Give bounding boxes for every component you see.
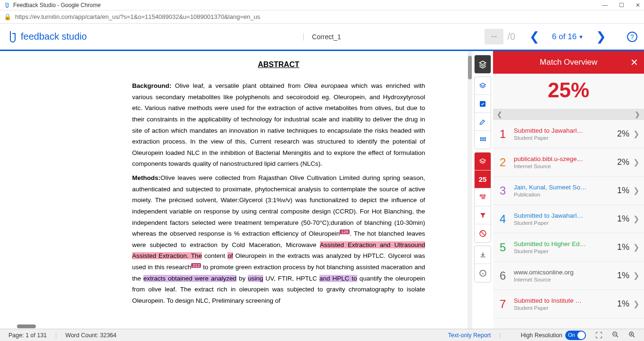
match-overview-panel: Match Overview ✕ 25% ❮ ❯ 1Submitted to J… (493, 51, 644, 330)
chevron-right-icon: ❯ (633, 129, 639, 138)
match-subtitle: Student Paper (514, 305, 617, 311)
prev-paper-arrow[interactable]: ❮ (529, 29, 540, 44)
match-title: Submitted to Institute … (514, 297, 617, 304)
zoom-out-icon[interactable] (612, 331, 619, 340)
match-title: www.omicsonline.org (514, 269, 617, 276)
info-icon[interactable] (475, 264, 491, 282)
checkbox-icon[interactable] (475, 95, 491, 113)
side-toolbar: 25 (472, 51, 493, 330)
svg-rect-1 (480, 137, 481, 138)
match-item[interactable]: 1Submitted to Jawaharl…Student Paper2%❯ (493, 120, 644, 148)
dropdown-caret-icon: ▼ (578, 34, 584, 40)
list-next-icon[interactable]: ❯ (635, 111, 640, 118)
zoom-in-icon[interactable] (628, 331, 636, 340)
match-subtitle: Publication (514, 192, 617, 197)
chevron-right-icon: ❯ (633, 271, 639, 280)
abstract-heading: ABSTRACT (132, 60, 425, 69)
text-only-link[interactable]: Text-only Report (448, 332, 491, 339)
match-number: 1 (500, 128, 514, 141)
lock-icon: 🔒 (4, 13, 11, 20)
abstract-background: Background: Olive leaf, a versatile plan… (132, 80, 425, 170)
match-percent: 1% (617, 242, 629, 252)
toggle-on-label: On (568, 332, 575, 338)
document-viewer[interactable]: ABSTRACT Background: Olive leaf, a versa… (0, 51, 468, 330)
separator: | (500, 332, 501, 339)
grid-icon[interactable] (475, 131, 491, 149)
match-number: 4 (500, 213, 514, 226)
exclude-icon[interactable] (475, 224, 491, 242)
match-list-nav: ❮ ❯ (493, 109, 644, 120)
brand-text: feedback studio (21, 31, 87, 42)
highlight-128b[interactable]: of (227, 252, 233, 259)
highlight-213[interactable]: extracts obtained were analyzed (143, 275, 236, 282)
match-list[interactable]: 1Submitted to Jawaharl…Student Paper2%❯2… (493, 120, 644, 330)
highlight-128[interactable]: Assisted Extraction and Ultrasound Assis… (132, 241, 425, 260)
filter-icon[interactable] (475, 206, 491, 224)
panel-close-icon[interactable]: ✕ (630, 57, 638, 68)
window-title-bar: Feedback Studio - Google Chrome — ☐ ✕ (0, 0, 644, 10)
layers-dark-icon[interactable] (475, 55, 491, 73)
grade-total: /0 (507, 31, 515, 42)
next-paper-arrow[interactable]: ❯ (596, 29, 606, 44)
match-subtitle: Internet Source (514, 277, 617, 282)
close-window-icon[interactable]: ✕ (636, 2, 640, 9)
window-title: Feedback Studio - Google Chrome (13, 2, 100, 9)
abstract-methods: Methods:Olive leaves were collected from… (132, 172, 425, 307)
match-percent: 1% (617, 214, 629, 224)
list-prev-icon[interactable]: ❮ (497, 111, 502, 118)
chevron-right-icon: ❯ (633, 214, 639, 223)
chevron-right-icon: ❯ (633, 158, 639, 167)
minimize-icon[interactable]: — (602, 2, 608, 9)
address-bar[interactable]: 🔒 https://ev.turnitin.com/app/carta/en_u… (0, 10, 644, 24)
layers-icon[interactable] (475, 77, 491, 95)
maximize-icon[interactable]: ☐ (619, 2, 624, 9)
similarity-score-button[interactable]: 25 (475, 170, 491, 188)
match-item[interactable]: 3Jain, Kunal, Sumeet So…Publication1%❯ (493, 177, 644, 205)
match-number: 6 (500, 269, 514, 282)
footer-wordcount: Word Count: 32364 (66, 332, 117, 339)
match-marker-213[interactable]: 213 (191, 263, 201, 268)
chevron-right-icon: ❯ (633, 243, 639, 252)
match-percent: 1% (617, 299, 629, 309)
match-title: Submitted to Higher Ed… (514, 240, 617, 247)
highres-label: High Resolution (521, 332, 562, 339)
separator: | (55, 332, 57, 339)
all-sources-icon[interactable] (475, 188, 491, 206)
highres-toggle[interactable]: High Resolution On (521, 331, 586, 340)
highlight-213b[interactable]: using (248, 275, 263, 282)
similarity-layers-icon[interactable] (475, 153, 491, 170)
grade-score[interactable]: -- (485, 29, 503, 44)
match-item[interactable]: 7Submitted to Institute …Student Paper1%… (493, 290, 644, 318)
paper-pager[interactable]: 6 of 16 ▼ (552, 32, 584, 42)
match-percent: 2% (617, 157, 629, 167)
svg-rect-3 (484, 137, 485, 138)
match-subtitle: Student Paper (514, 135, 617, 141)
match-item[interactable]: 5Submitted to Higher Ed…Student Paper1%❯ (493, 233, 644, 262)
panel-title: Match Overview (540, 58, 597, 67)
match-item[interactable]: 2publicatio.bibl.u-szege…Internet Source… (493, 148, 644, 177)
help-icon[interactable]: ? (627, 32, 637, 42)
horizontal-scroll-thumb[interactable] (17, 324, 36, 328)
highlight-213c[interactable]: and HPLC to (319, 275, 357, 282)
pager-text: 6 of 16 (552, 32, 577, 42)
edit-icon[interactable] (475, 113, 491, 131)
match-item[interactable]: 4Submitted to Jawaharl…Student Paper1%❯ (493, 205, 644, 233)
svg-rect-4 (480, 139, 481, 141)
match-item[interactable]: 6www.omicsonline.orgInternet Source1%❯ (493, 262, 644, 290)
brand-logo[interactable]: feedback studio (7, 30, 87, 43)
footer-page: Page: 1 of 131 (8, 332, 47, 339)
svg-rect-2 (482, 137, 484, 138)
chevron-right-icon: ❯ (633, 186, 639, 195)
scroll-thumb[interactable] (468, 56, 472, 79)
match-marker-128[interactable]: 128 (340, 230, 350, 234)
svg-rect-7 (480, 195, 485, 196)
svg-rect-6 (484, 139, 485, 141)
match-number: 2 (500, 156, 514, 169)
toggle-switch[interactable]: On (565, 331, 586, 340)
app-icon (4, 2, 10, 9)
download-icon[interactable] (475, 246, 491, 264)
fullscreen-icon[interactable]: ⛶ (595, 331, 602, 339)
match-subtitle: Internet Source (514, 163, 617, 169)
document-scrollbar[interactable] (468, 51, 472, 330)
match-number: 7 (500, 298, 514, 311)
